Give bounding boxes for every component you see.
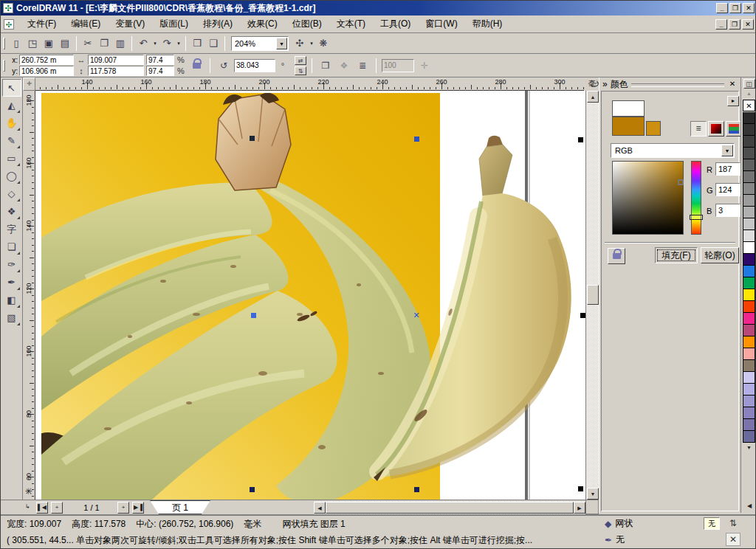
palette-swatch[interactable] (743, 372, 755, 384)
r-value-field[interactable] (715, 162, 740, 176)
mirror-horizontal-button[interactable]: ⇄ (295, 56, 306, 65)
chevron-down-icon[interactable]: ▼ (721, 145, 733, 156)
add-page-before-button[interactable]: + (51, 502, 63, 514)
mirror-vertical-button[interactable]: ⇅ (295, 66, 306, 75)
selection-handle[interactable] (250, 487, 255, 492)
palette-swatch[interactable] (743, 407, 755, 419)
palette-swatch[interactable] (743, 124, 755, 136)
scale-x-field[interactable] (146, 55, 174, 65)
basic-shapes-tool[interactable]: ❖ (2, 203, 21, 221)
palette-swatch[interactable] (743, 419, 755, 431)
zoom-hand-tool[interactable]: ✋ (2, 114, 21, 132)
selection-handle[interactable] (250, 136, 255, 141)
undo-dropdown-icon[interactable]: ▾ (151, 41, 159, 46)
doc-restore-button[interactable]: ❐ (729, 19, 740, 30)
export-button[interactable]: ❑ (205, 35, 221, 52)
outline-width-field[interactable] (382, 59, 414, 72)
palette-swatch[interactable] (743, 325, 755, 336)
flyout-icon[interactable]: ↳ (21, 502, 33, 514)
interactive-blend-tool[interactable]: ❏ (2, 238, 21, 256)
x-position-field[interactable] (19, 55, 74, 65)
palette-swatch[interactable] (743, 266, 755, 277)
color-field-cursor[interactable] (678, 179, 684, 185)
apply-outline-button[interactable]: 轮廓(O) (701, 247, 739, 263)
fill-swatch-none[interactable]: 无 (704, 517, 720, 530)
color-model-dropdown[interactable]: RGB ▼ (611, 143, 735, 158)
palette-swatch[interactable] (743, 218, 755, 230)
color-field[interactable] (612, 161, 684, 235)
docker-grip[interactable] (631, 83, 724, 87)
vertical-scroll-thumb[interactable] (587, 285, 599, 305)
menu-text[interactable]: 文本(T) (329, 16, 373, 32)
last-page-button[interactable]: ▶▐ (132, 502, 144, 514)
palette-swatch[interactable] (743, 207, 755, 218)
toolbar-grip[interactable] (3, 38, 5, 49)
scroll-right-icon[interactable]: ▶ (574, 502, 585, 514)
chevron-down-icon[interactable]: ▼ (276, 38, 287, 49)
doc-close-button[interactable]: ✕ (742, 19, 754, 30)
palette-swatch[interactable] (743, 136, 755, 148)
paste-button[interactable]: ▥ (112, 35, 128, 52)
palette-swatch[interactable] (743, 183, 755, 195)
palette-swatch[interactable] (743, 242, 755, 254)
horizontal-scroll-thumb[interactable] (326, 502, 574, 514)
combine-button[interactable]: ❐ (317, 58, 334, 74)
page-tab[interactable]: 页 1 (150, 500, 210, 514)
color-sliders-button[interactable]: ≡ (690, 121, 707, 137)
hue-slider-handle[interactable] (690, 215, 703, 220)
palette-swatch[interactable] (743, 159, 755, 171)
selection-handle[interactable] (414, 487, 419, 492)
minimize-button[interactable]: _ (716, 3, 728, 13)
text-tool[interactable]: 字 (2, 221, 21, 238)
shape-tool[interactable]: ◭ (2, 97, 21, 114)
palette-swatch[interactable] (743, 254, 755, 266)
redo-button[interactable]: ↷ (159, 35, 175, 52)
restore-button[interactable]: ❐ (729, 3, 741, 13)
open-button[interactable]: ◳ (24, 35, 41, 52)
menu-bitmaps[interactable]: 位图(B) (285, 16, 329, 32)
palette-swatch[interactable] (743, 431, 755, 443)
menu-effects[interactable]: 效果(C) (240, 16, 285, 32)
copy-button[interactable]: ❐ (96, 35, 112, 52)
scroll-up-icon[interactable]: ▲ (587, 91, 599, 103)
palette-swatch[interactable] (743, 148, 755, 159)
undo-button[interactable]: ↶ (135, 35, 151, 52)
corel-online-button[interactable]: ❋ (315, 35, 331, 52)
polygon-tool[interactable]: ◇ (2, 185, 21, 203)
selection-handle[interactable] (578, 486, 583, 491)
first-page-button[interactable]: ▌◀ (36, 502, 48, 514)
import-button[interactable]: ❒ (189, 35, 205, 52)
palette-swatch[interactable] (743, 360, 755, 372)
menu-help[interactable]: 帮助(H) (465, 16, 510, 32)
palette-swatch[interactable] (743, 384, 755, 396)
cut-button[interactable]: ✂ (80, 35, 96, 52)
menu-edit[interactable]: 编辑(E) (63, 16, 108, 32)
print-button[interactable]: ▤ (57, 35, 73, 52)
ellipse-tool[interactable]: ◯ (2, 168, 21, 185)
no-outline-icon[interactable]: ✕ (726, 533, 740, 546)
palette-swatch[interactable] (743, 313, 755, 325)
selection-handle[interactable] (251, 313, 256, 318)
outline-tool[interactable]: ✒ (2, 274, 21, 291)
palette-expand-icon[interactable]: ◀ (743, 501, 755, 511)
convert-to-curves-button[interactable]: ❖ (336, 58, 352, 74)
palette-swatch[interactable] (743, 230, 755, 242)
new-document-button[interactable]: ▯ (8, 35, 24, 52)
doc-minimize-button[interactable]: _ (715, 19, 727, 30)
zoom-level-combo[interactable]: 204% ▼ (231, 36, 289, 51)
save-button[interactable]: ▣ (41, 35, 57, 52)
selection-center-marker[interactable]: ✕ (413, 311, 419, 320)
menu-layout[interactable]: 版面(L) (152, 16, 196, 32)
color-lock-button[interactable] (608, 248, 625, 264)
selection-handle[interactable] (580, 313, 585, 318)
add-page-after-button[interactable]: + (117, 502, 129, 514)
menu-arrange[interactable]: 排列(A) (196, 16, 240, 32)
object-width-field[interactable] (88, 55, 144, 65)
wrap-paragraph-text-button[interactable]: ≣ (354, 58, 371, 74)
application-launcher-dropdown-icon[interactable]: ▾ (308, 41, 315, 46)
palette-swatch[interactable] (743, 112, 755, 124)
collapse-icon[interactable]: » (602, 79, 608, 89)
palette-swatch[interactable] (743, 301, 755, 313)
palette-scroll-down-icon[interactable]: ▼ (743, 443, 755, 453)
b-value-field[interactable] (715, 204, 740, 217)
